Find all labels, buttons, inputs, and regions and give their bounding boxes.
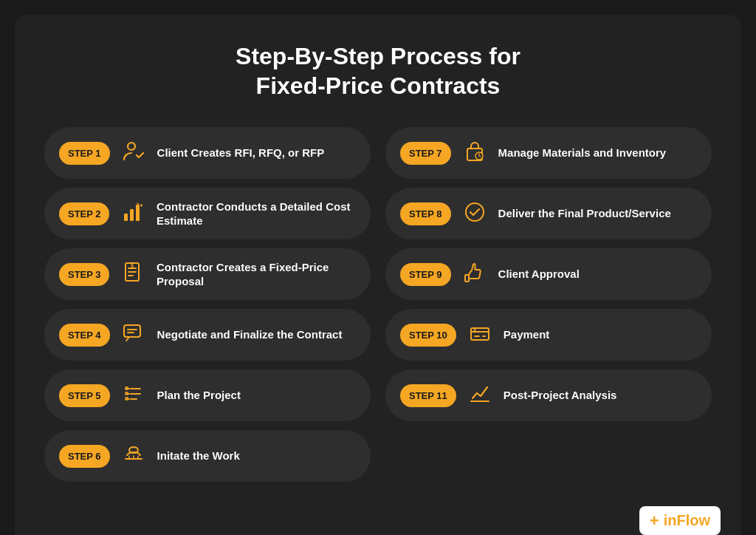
step-card-11: STEP 11 Post-Project Analysis bbox=[385, 369, 712, 421]
step-card-10: STEP 10 $ Payment bbox=[385, 309, 712, 361]
step-text-4: Negotiate and Finalize the Contract bbox=[157, 327, 343, 342]
step-badge-6: STEP 6 bbox=[59, 445, 110, 468]
logo-plus-icon: + bbox=[650, 513, 659, 529]
step-text-5: Plan the Project bbox=[157, 388, 241, 403]
step-badge-5: STEP 5 bbox=[59, 384, 110, 407]
step-text-1: Client Creates RFI, RFQ, or RFP bbox=[157, 146, 325, 160]
work-icon bbox=[120, 443, 147, 469]
step-text-11: Post-Project Analysis bbox=[504, 388, 617, 403]
step-text-10: Payment bbox=[504, 327, 550, 342]
step-text-7: Manage Materials and Inventory bbox=[498, 146, 667, 160]
step-card-8: STEP 8 Deliver the Final Product/Service bbox=[385, 188, 712, 239]
analysis-icon bbox=[467, 382, 493, 409]
step-badge-4: STEP 4 bbox=[59, 324, 110, 347]
step-text-9: Client Approval bbox=[498, 267, 580, 282]
step-badge-8: STEP 8 bbox=[400, 202, 451, 225]
svg-text:$: $ bbox=[131, 263, 134, 269]
step-card-7: STEP 7 Manage Materials and Inventory bbox=[385, 127, 712, 179]
step-card-5: STEP 5 Plan the Project bbox=[44, 369, 371, 421]
user-check-icon bbox=[120, 140, 147, 166]
cost-estimate-icon: $ bbox=[120, 200, 146, 227]
step-card-4: STEP 4 Negotiate and Finalize the Contra… bbox=[44, 309, 371, 361]
deliver-icon bbox=[461, 200, 488, 227]
proposal-icon: $ bbox=[120, 261, 146, 287]
steps-right-column: STEP 7 Manage Materials and Inventory ST… bbox=[385, 127, 712, 482]
step-badge-9: STEP 9 bbox=[400, 263, 451, 286]
payment-icon: $ bbox=[467, 321, 493, 348]
step-badge-1: STEP 1 bbox=[59, 142, 110, 165]
svg-rect-2 bbox=[130, 209, 134, 221]
page-title: Step-By-Step Process for Fixed-Price Con… bbox=[44, 41, 712, 100]
svg-rect-1 bbox=[124, 214, 128, 221]
inflow-logo: + inFlow bbox=[639, 506, 721, 535]
step-card-3: STEP 3 $ Contractor Creates a Fixed-Pric… bbox=[44, 248, 371, 300]
step-badge-10: STEP 10 bbox=[400, 324, 456, 347]
svg-point-0 bbox=[128, 143, 135, 150]
step-badge-7: STEP 7 bbox=[400, 142, 451, 165]
step-card-6: STEP 6 Initate the Work bbox=[44, 430, 371, 482]
step-text-8: Deliver the Final Product/Service bbox=[498, 206, 671, 221]
negotiate-icon bbox=[120, 321, 147, 348]
step-text-3: Contractor Creates a Fixed-Price Proposa… bbox=[157, 260, 356, 289]
step-card-9: STEP 9 Client Approval bbox=[385, 248, 712, 300]
step-badge-11: STEP 11 bbox=[400, 384, 456, 407]
steps-grid: STEP 1 Client Creates RFI, RFQ, or RFP S… bbox=[44, 127, 712, 482]
logo-text: inFlow bbox=[664, 512, 710, 529]
step-card-1: STEP 1 Client Creates RFI, RFQ, or RFP bbox=[44, 127, 371, 179]
steps-left-column: STEP 1 Client Creates RFI, RFQ, or RFP S… bbox=[44, 127, 371, 482]
svg-point-15 bbox=[466, 203, 484, 221]
step-badge-3: STEP 3 bbox=[59, 263, 109, 286]
svg-rect-8 bbox=[124, 325, 140, 337]
svg-text:$: $ bbox=[473, 327, 476, 333]
step-text-2: Contractor Conducts a Detailed Cost Esti… bbox=[157, 200, 356, 228]
step-badge-2: STEP 2 bbox=[59, 202, 109, 225]
approval-icon bbox=[461, 261, 488, 287]
plan-icon bbox=[120, 382, 147, 409]
step-card-2: STEP 2 $ Contractor Conducts a Detailed … bbox=[44, 188, 371, 239]
inventory-icon bbox=[461, 140, 488, 166]
step-text-6: Initate the Work bbox=[157, 449, 240, 463]
main-container: Step-By-Step Process for Fixed-Price Con… bbox=[15, 15, 741, 535]
svg-rect-16 bbox=[465, 275, 469, 282]
